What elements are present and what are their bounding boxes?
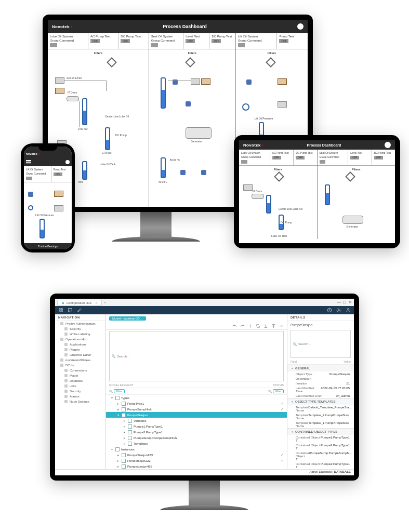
nav-item[interactable]: Alarms <box>55 394 105 399</box>
phone-device: Novotek› Lift Oil System Group Command P… <box>21 143 75 252</box>
edit-icon[interactable] <box>77 308 82 313</box>
tank-gauge[interactable] <box>105 127 110 150</box>
tree-row[interactable]: ▸PumpeSump:PumpeSumpNivå <box>106 435 287 441</box>
nav-item[interactable]: Graphics Editor <box>55 352 105 357</box>
details-search-input[interactable]: 🔍 Search… <box>291 330 351 358</box>
model-tree: ▾Types▸PumpType1✓▸PumpeSumpNivå✓▾PumpeSt… <box>106 395 287 469</box>
grid-icon[interactable] <box>58 308 63 313</box>
user-icon[interactable] <box>385 142 391 148</box>
group-cmd-button[interactable] <box>26 177 32 180</box>
accordion-header[interactable]: CONTAINED OBJECT TYPES <box>287 428 354 435</box>
dc-pump-test-button[interactable]: OFF <box>212 39 221 43</box>
motor-icon[interactable] <box>28 205 33 210</box>
user-icon[interactable] <box>346 308 351 313</box>
refresh-icon[interactable] <box>256 324 260 328</box>
new-tab-button[interactable]: + <box>104 301 106 304</box>
upload-icon[interactable] <box>271 324 276 328</box>
tree-row[interactable]: ▸PumpeSumpNivå✓ <box>106 406 287 412</box>
motor-icon[interactable] <box>242 103 249 111</box>
tank-gauge[interactable] <box>82 98 87 125</box>
ac-pump-test-button[interactable]: OFF <box>90 39 100 43</box>
nav-item[interactable]: White Labeling <box>55 331 105 337</box>
tree-row[interactable]: ▾Types <box>106 395 287 401</box>
brand-logo: Novotek› <box>26 151 40 156</box>
nav-item[interactable]: Operations Hub <box>55 337 105 342</box>
download-icon[interactable] <box>263 324 268 328</box>
nav-item[interactable]: Applications <box>55 342 105 347</box>
accordion-header[interactable]: OBJECT TYPE TEMPLATES <box>287 398 354 405</box>
tree-row[interactable]: ▸Pumpestasjon456 <box>106 463 287 469</box>
pump-test-button[interactable]: OFF <box>54 172 62 176</box>
search-input[interactable]: 🔍 Search… <box>109 331 284 381</box>
gear-icon[interactable] <box>336 308 341 313</box>
nav-item[interactable]: Security <box>55 389 105 394</box>
tank-gauge[interactable] <box>161 157 166 178</box>
accordion-header[interactable]: GENERAL <box>287 365 354 371</box>
undo-icon[interactable] <box>232 324 237 328</box>
tank-gauge[interactable] <box>82 161 87 180</box>
pump-icon[interactable] <box>278 101 287 108</box>
help-icon[interactable] <box>327 308 332 313</box>
nav-item[interactable]: DC list <box>55 363 105 368</box>
tank-gauge[interactable] <box>161 77 166 109</box>
tree-row[interactable]: ▸Templates <box>106 441 287 446</box>
status-bar: Active Database: DATABASE <box>55 469 354 475</box>
user-icon[interactable] <box>65 160 70 164</box>
minimize-icon[interactable]: — <box>337 300 341 304</box>
maximize-icon[interactable]: ▢ <box>343 300 347 304</box>
phone-footer[interactable]: Turbine Bearings <box>24 243 72 249</box>
hamburger-icon[interactable] <box>26 160 31 164</box>
detail-row: Description <box>287 376 354 381</box>
details-content: GENERALObject TypePumpeStasjonDescriptio… <box>287 365 354 469</box>
tree-row[interactable]: ▾PumpeStasjon <box>106 412 287 418</box>
section-lube-oil: Lube Oil System Group Command AC Pump Te… <box>239 150 318 239</box>
page-title: Process Dashboard <box>263 143 385 147</box>
dc-pump-test-button[interactable]: OFF <box>121 39 130 43</box>
valve-icon[interactable] <box>201 170 206 175</box>
redo-icon[interactable] <box>240 324 245 328</box>
pump-icon[interactable] <box>278 78 287 85</box>
tree-row[interactable]: ▸Pumpe1:PumpType1 <box>106 423 287 429</box>
level-test-button[interactable]: OFF <box>186 39 195 43</box>
pump-icon[interactable] <box>201 78 210 85</box>
nav-item[interactable]: Database <box>55 378 105 383</box>
user-icon[interactable] <box>297 23 304 30</box>
nav-item[interactable]: units <box>55 383 105 389</box>
pump-test-button[interactable]: OFF <box>279 39 288 43</box>
valve-icon[interactable] <box>180 170 186 175</box>
tree-row[interactable]: ▸Pumestasjon222✓ <box>106 458 287 463</box>
detail-row: Iteration11 <box>287 381 354 385</box>
browser-tab[interactable]: ◆ Configuration Hub × <box>57 300 102 305</box>
details-breadcrumb[interactable]: PumpeStasjon <box>287 321 354 329</box>
nav-item[interactable]: Security <box>55 326 105 331</box>
group-cmd-button[interactable] <box>238 43 245 47</box>
plus-icon[interactable] <box>248 324 253 328</box>
nav-item[interactable]: Connections <box>55 368 105 373</box>
pump-icon[interactable] <box>191 78 200 85</box>
section-seal-oil: Seal Oil System Group Command Level Test… <box>149 33 236 207</box>
tree-row[interactable]: ▾Instances <box>106 446 287 452</box>
valve-icon[interactable] <box>186 101 191 107</box>
crumb-pill[interactable]: Model: novateam20… <box>109 316 146 321</box>
dashboard-body: Lube Oil System Group Command AC Pump Te… <box>239 150 395 239</box>
pump-icon[interactable] <box>55 88 64 94</box>
valve-icon[interactable] <box>246 79 252 85</box>
group-cmd-button[interactable] <box>151 43 159 47</box>
nav-item[interactable]: Plugins <box>55 347 105 352</box>
close-icon[interactable]: ✕ <box>349 300 352 304</box>
nav-item[interactable]: Proficy Authentication <box>55 321 105 326</box>
tree-row[interactable]: ▸PumpType1✓ <box>106 401 287 406</box>
tree-row[interactable]: ▸PumpeStasjon123✓ <box>106 452 287 458</box>
tree-row[interactable]: ▸Pumpe2:PumpType1 <box>106 429 287 435</box>
pump-icon[interactable] <box>55 77 64 84</box>
phone-secondary-header <box>24 158 72 166</box>
group-cmd-button[interactable] <box>50 43 57 47</box>
nav-item[interactable]: Node Settings <box>55 399 105 404</box>
tree-row[interactable]: ▸Variables <box>106 418 287 423</box>
filter-icon <box>107 57 117 68</box>
nav-item[interactable]: Model <box>55 373 105 378</box>
nav-item[interactable]: novateam207new… <box>55 357 105 363</box>
filter-icon <box>274 171 284 182</box>
more-icon[interactable] <box>279 324 284 328</box>
chat-icon[interactable] <box>68 308 73 313</box>
